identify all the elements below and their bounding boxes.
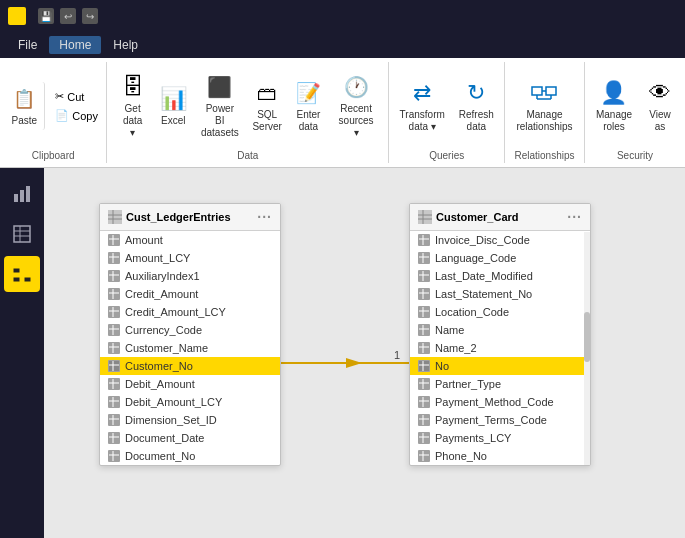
menu-help[interactable]: Help — [103, 36, 148, 54]
svg-rect-92 — [419, 361, 429, 371]
svg-rect-67 — [418, 210, 432, 224]
table-row[interactable]: Name_2 — [410, 339, 590, 357]
table-row[interactable]: Credit_Amount — [100, 285, 280, 303]
field-name: Debit_Amount_LCY — [125, 396, 222, 408]
table-row[interactable]: Dimension_Set_ID — [100, 411, 280, 429]
table-row[interactable]: Last_Date_Modified — [410, 267, 590, 285]
manage-relationships-button[interactable]: Managerelationships — [510, 76, 578, 136]
field-name: Location_Code — [435, 306, 509, 318]
recent-sources-icon: 🕐 — [342, 73, 370, 101]
svg-rect-34 — [109, 271, 119, 281]
svg-rect-15 — [13, 277, 20, 282]
redo-button[interactable]: ↪ — [82, 8, 98, 24]
table-customer-card-menu[interactable]: ··· — [567, 209, 582, 225]
copy-button[interactable]: 📄 Copy — [51, 107, 102, 124]
enter-data-label: Enterdata — [296, 109, 320, 133]
svg-rect-37 — [109, 289, 119, 299]
table-row[interactable]: Credit_Amount_LCY — [100, 303, 280, 321]
svg-rect-49 — [109, 361, 119, 371]
powerbi-datasets-button[interactable]: ⬛ Power BIdatasets — [195, 70, 246, 142]
ribbon-group-relationships: Managerelationships Relationships — [505, 62, 585, 163]
table-row-selected[interactable]: Customer_No — [100, 357, 280, 375]
excel-button[interactable]: 📊 Excel — [154, 82, 193, 130]
field-name: Language_Code — [435, 252, 516, 264]
table-row[interactable]: Debit_Amount_LCY — [100, 393, 280, 411]
transform-data-button[interactable]: ⇄ Transformdata ▾ — [394, 76, 451, 136]
svg-rect-52 — [109, 379, 119, 389]
svg-rect-14 — [24, 268, 31, 273]
field-name: Document_Date — [125, 432, 205, 444]
sql-server-icon: 🗃 — [253, 79, 281, 107]
undo-button[interactable]: ↩ — [60, 8, 76, 24]
scrollbar[interactable] — [584, 232, 590, 466]
scrollbar-thumb[interactable] — [584, 312, 590, 362]
table-row[interactable]: Invoice_Disc_Code — [410, 231, 590, 249]
cut-button[interactable]: ✂ Cut — [51, 88, 102, 105]
recent-sources-button[interactable]: 🕐 Recentsources ▾ — [330, 70, 383, 142]
table-cust-ledger-header: Cust_LedgerEntries ··· — [100, 204, 280, 231]
table-row[interactable]: Document_Date — [100, 429, 280, 447]
svg-rect-8 — [26, 186, 30, 202]
field-icon — [418, 252, 430, 264]
table-row[interactable]: Language_Code — [410, 249, 590, 267]
menu-bar: File Home Help — [0, 32, 685, 58]
table-row[interactable]: Document_No — [100, 447, 280, 465]
table-row[interactable]: Payment_Terms_Code — [410, 411, 590, 429]
table-row[interactable]: Debit_Amount — [100, 375, 280, 393]
table-cust-ledger-menu[interactable]: ··· — [257, 209, 272, 225]
table-row[interactable]: Customer_Name — [100, 339, 280, 357]
svg-rect-9 — [14, 226, 30, 242]
paste-button[interactable]: 📋 Paste — [4, 82, 45, 130]
field-name: Dimension_Set_ID — [125, 414, 217, 426]
table-row[interactable]: Partner_Type — [410, 375, 590, 393]
field-icon — [108, 414, 120, 426]
table-row[interactable]: Currency_Code — [100, 321, 280, 339]
field-icon — [418, 324, 430, 336]
svg-rect-98 — [419, 397, 429, 407]
table-row[interactable]: Payments_LCY — [410, 429, 590, 447]
table-row[interactable]: Amount — [100, 231, 280, 249]
table-row[interactable]: Last_Statement_No — [410, 285, 590, 303]
field-icon — [418, 396, 430, 408]
field-name: Payment_Method_Code — [435, 396, 554, 408]
table-customer-card-header-left: Customer_Card — [418, 210, 519, 224]
svg-rect-107 — [419, 451, 429, 461]
svg-rect-74 — [419, 253, 429, 263]
svg-rect-95 — [419, 379, 429, 389]
sidebar-icon-model[interactable] — [4, 256, 40, 292]
svg-text:1: 1 — [394, 349, 400, 361]
manage-roles-button[interactable]: 👤 Manageroles — [590, 76, 638, 136]
field-name: Invoice_Disc_Code — [435, 234, 530, 246]
cut-label: Cut — [67, 91, 84, 103]
sidebar-icon-table[interactable] — [4, 216, 40, 252]
table-row[interactable]: Location_Code — [410, 303, 590, 321]
save-button[interactable]: 💾 — [38, 8, 54, 24]
menu-home[interactable]: Home — [49, 36, 101, 54]
field-name: AuxiliaryIndex1 — [125, 270, 200, 282]
field-icon — [108, 378, 120, 390]
field-name: Name — [435, 324, 464, 336]
table-row-selected[interactable]: No — [410, 357, 590, 375]
svg-rect-31 — [109, 253, 119, 263]
svg-rect-55 — [109, 397, 119, 407]
cut-icon: ✂ — [55, 90, 64, 103]
app-icon — [8, 7, 26, 25]
field-name: Amount_LCY — [125, 252, 190, 264]
menu-file[interactable]: File — [8, 36, 47, 54]
table-row[interactable]: Phone_No — [410, 447, 590, 465]
refresh-data-button[interactable]: ↻ Refreshdata — [453, 76, 500, 136]
table-row[interactable]: Name — [410, 321, 590, 339]
table-row[interactable]: AuxiliaryIndex1 — [100, 267, 280, 285]
sql-server-button[interactable]: 🗃 SQLServer — [247, 76, 287, 136]
enter-data-button[interactable]: 📝 Enterdata — [289, 76, 328, 136]
clipboard-items: 📋 Paste ✂ Cut 📄 Copy — [4, 62, 102, 150]
svg-rect-71 — [419, 235, 429, 245]
ribbon-group-clipboard: 📋 Paste ✂ Cut 📄 Copy Clipboard — [0, 62, 107, 163]
view-as-button[interactable]: 👁 Viewas — [640, 76, 680, 136]
sidebar-icon-report[interactable] — [4, 176, 40, 212]
table-row[interactable]: Amount_LCY — [100, 249, 280, 267]
title-bar-controls: 💾 ↩ ↪ — [38, 8, 98, 24]
get-data-button[interactable]: 🗄 Getdata ▾ — [113, 70, 152, 142]
data-items: 🗄 Getdata ▾ 📊 Excel ⬛ Power BIdatasets 🗃… — [113, 62, 382, 150]
table-row[interactable]: Payment_Method_Code — [410, 393, 590, 411]
